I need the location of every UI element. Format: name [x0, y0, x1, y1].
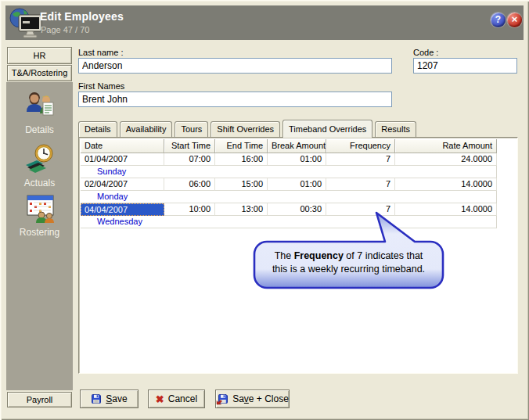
cell-rate-amount[interactable]: 14.0000: [395, 203, 497, 216]
cell-end-time[interactable]: 16:00: [215, 153, 268, 166]
edit-employees-window: Edit Employees Page 47 / 70 ? × HR T&A/R…: [0, 0, 529, 420]
cell-rate-amount[interactable]: 24.0000: [395, 153, 497, 166]
column-header-rate-amount[interactable]: Rate Amount: [395, 139, 497, 153]
cell-rate-amount[interactable]: 14.0000: [395, 178, 497, 191]
cell-date-selected[interactable]: 04/04/2007: [81, 203, 164, 216]
cell-date[interactable]: 02/04/2007: [81, 178, 164, 191]
column-header-date[interactable]: Date: [81, 139, 164, 153]
timeband-overrides-panel: Date Start Time End Time Break Amount Fr…: [78, 137, 518, 374]
calendar-people-icon: [23, 192, 56, 224]
cancel-button-label: Cancel: [168, 393, 197, 404]
help-glyph: ?: [495, 14, 501, 25]
save-button-label: Save: [106, 393, 127, 404]
floppy-disk-icon: [91, 393, 102, 404]
sidebar-button-hr[interactable]: HR: [7, 47, 72, 64]
sidebar: HR T&A/Rostering Details: [5, 40, 74, 415]
tab-details[interactable]: Details: [78, 121, 117, 137]
close-icon[interactable]: ×: [507, 13, 522, 27]
sidebar-item-details-label: Details: [25, 124, 54, 135]
page-indicator: Page 47 / 70: [41, 25, 89, 34]
column-header-start-time[interactable]: Start Time: [164, 139, 215, 153]
help-icon[interactable]: ?: [491, 13, 506, 27]
day-subrow[interactable]: Monday: [81, 191, 496, 203]
people-document-icon: [23, 90, 56, 121]
save-and-close-button[interactable]: Save + Close: [215, 389, 290, 408]
tab-tours[interactable]: Tours: [175, 121, 208, 137]
table-row[interactable]: 01/04/2007 07:00 16:00 01:00 7 24.0000: [81, 153, 496, 166]
titlebar: Edit Employees Page 47 / 70 ? ×: [5, 5, 524, 40]
cell-start-time[interactable]: 06:00: [164, 178, 215, 191]
cell-frequency[interactable]: 7: [326, 178, 395, 191]
cell-break-amount[interactable]: 00:30: [268, 203, 326, 216]
column-header-frequency[interactable]: Frequency: [326, 139, 395, 153]
column-header-end-time[interactable]: End Time: [215, 139, 268, 153]
window-title: Edit Employees: [40, 10, 124, 23]
cell-start-time[interactable]: 10:00: [164, 203, 215, 216]
table-row[interactable]: 02/04/2007 06:00 15:00 01:00 7 14.0000: [81, 178, 496, 191]
day-subrow[interactable]: Sunday: [81, 166, 496, 178]
close-glyph: ×: [512, 13, 518, 25]
column-header-break-amount[interactable]: Break Amount: [268, 139, 326, 153]
cell-frequency[interactable]: 7: [326, 203, 395, 216]
cell-break-amount[interactable]: 01:00: [268, 178, 326, 191]
red-x-icon: ✖: [156, 394, 164, 404]
last-name-input[interactable]: [78, 58, 392, 74]
first-names-label: First Names: [78, 81, 124, 91]
table-row-selected[interactable]: 04/04/2007 10:00 13:00 00:30 7 14.0000: [81, 203, 496, 216]
tab-shift-overrides[interactable]: Shift Overrides: [211, 121, 280, 137]
day-subrow[interactable]: Wednesday: [81, 216, 496, 228]
code-label: Code :: [413, 48, 438, 57]
save-button[interactable]: Save: [80, 389, 139, 408]
code-input[interactable]: [413, 58, 517, 74]
tab-availability[interactable]: Availability: [120, 121, 173, 137]
save-and-close-button-label: Save + Close: [232, 393, 289, 404]
cell-end-time[interactable]: 15:00: [215, 178, 268, 191]
cell-date[interactable]: 01/04/2007: [81, 153, 164, 166]
sidebar-item-actuals-label: Actuals: [24, 178, 55, 188]
sidebar-button-payroll[interactable]: Payroll: [7, 392, 72, 407]
timeband-table: Date Start Time End Time Break Amount Fr…: [81, 139, 497, 228]
sidebar-button-ta-rostering[interactable]: T&A/Rostering: [7, 65, 72, 81]
cancel-button[interactable]: ✖ Cancel: [148, 389, 205, 408]
first-names-input[interactable]: [78, 92, 392, 107]
sidebar-item-actuals[interactable]: Actuals: [6, 143, 73, 188]
sidebar-item-details[interactable]: Details: [6, 90, 73, 135]
tab-timeband-overrides[interactable]: Timeband Overrides: [282, 120, 372, 138]
cell-end-time[interactable]: 13:00: [215, 203, 268, 216]
cell-break-amount[interactable]: 01:00: [268, 153, 326, 166]
floppy-arrow-icon: [216, 393, 229, 405]
computer-globe-icon: [8, 6, 44, 39]
sidebar-item-rostering[interactable]: Rostering: [6, 192, 73, 238]
tab-results[interactable]: Results: [375, 121, 416, 137]
last-name-label: Last name :: [78, 48, 123, 57]
sidebar-item-rostering-label: Rostering: [20, 227, 59, 238]
clock-cards-icon: [23, 143, 56, 174]
cell-start-time[interactable]: 07:00: [164, 153, 215, 166]
table-header-row: Date Start Time End Time Break Amount Fr…: [81, 139, 496, 153]
cell-frequency[interactable]: 7: [326, 153, 395, 166]
tab-strip: Details Availability Tours Shift Overrid…: [78, 119, 419, 137]
sidebar-nav-panel: Details Actuals: [6, 82, 73, 390]
